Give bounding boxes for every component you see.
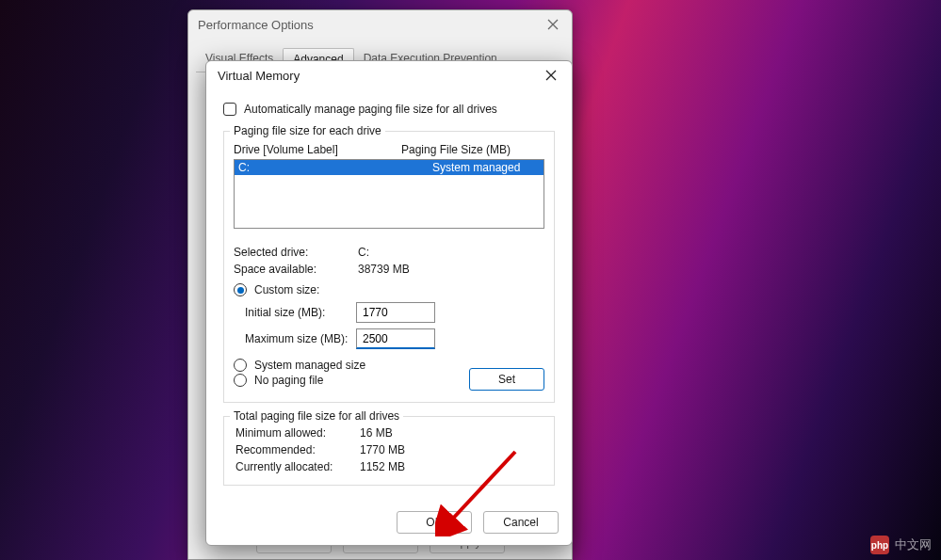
watermark: php 中文网 [870,536,932,554]
min-allowed-value: 16 MB [360,424,543,441]
drive-list-row-c[interactable]: C: System managed [235,160,544,175]
currently-allocated-label: Currently allocated: [235,458,360,475]
dialog-content: Automatically manage paging file size fo… [206,89,572,502]
parent-titlebar: Performance Options [188,10,572,39]
recommended-label: Recommended: [235,441,360,458]
parent-close-button[interactable] [544,15,562,34]
close-icon [544,69,558,82]
dialog-title-text: Virtual Memory [218,69,300,83]
ok-button[interactable]: OK [397,511,472,534]
virtual-memory-dialog: Virtual Memory Automatically manage pagi… [205,60,573,546]
currently-allocated-value: 1152 MB [360,458,543,475]
currently-allocated-row: Currently allocated: 1152 MB [235,458,543,475]
selected-drive-label: Selected drive: [234,244,358,261]
no-paging-radio[interactable] [234,374,247,387]
maximum-size-input[interactable] [356,328,435,349]
custom-size-radio-row: Custom size: [234,283,544,296]
initial-size-input[interactable] [356,302,435,323]
initial-size-label: Initial size (MB): [245,306,349,319]
drive-listbox[interactable]: C: System managed [234,159,544,229]
initial-size-row: Initial size (MB): [245,302,544,323]
col-drive-header: Drive [Volume Label] [234,143,401,156]
drive-cell-drive: C: [238,161,432,174]
auto-manage-row: Automatically manage paging file size fo… [223,103,555,116]
recommended-row: Recommended: 1770 MB [235,441,543,458]
drive-cell-size: System managed [432,161,540,174]
system-managed-radio[interactable] [234,359,247,372]
drive-group-title: Paging file size for each drive [230,124,385,137]
watermark-badge: php [870,536,889,554]
watermark-text: 中文网 [895,536,932,553]
total-group: Total paging file size for all drives Mi… [223,416,555,486]
col-size-header: Paging File Size (MB) [401,143,544,156]
close-icon [546,18,560,31]
total-group-title: Total paging file size for all drives [230,409,403,423]
space-available-value: 38739 MB [358,261,544,278]
drive-group: Paging file size for each drive Drive [V… [223,131,555,403]
space-available-label: Space available: [234,261,358,278]
dialog-close-button[interactable] [542,66,560,85]
parent-title-text: Performance Options [198,18,314,32]
set-button[interactable]: Set [469,368,544,391]
custom-size-radio[interactable] [234,283,247,296]
maximum-size-row: Maximum size (MB): [245,328,544,349]
no-paging-label: No paging file [254,374,323,387]
dialog-titlebar: Virtual Memory [206,61,572,89]
min-allowed-row: Minimum allowed: 16 MB [235,424,543,441]
auto-manage-checkbox[interactable] [223,103,236,116]
auto-manage-label: Automatically manage paging file size fo… [244,103,497,116]
maximum-size-label: Maximum size (MB): [245,332,349,345]
space-available-row: Space available: 38739 MB [234,261,544,278]
selected-drive-value: C: [358,244,544,261]
recommended-value: 1770 MB [360,441,543,458]
min-allowed-label: Minimum allowed: [235,424,360,441]
custom-size-label: Custom size: [254,283,319,296]
system-managed-label: System managed size [254,359,365,372]
dialog-button-row: OK Cancel [206,502,572,545]
cancel-button[interactable]: Cancel [483,511,559,534]
selected-drive-row: Selected drive: C: [234,244,544,261]
drive-list-header: Drive [Volume Label] Paging File Size (M… [234,143,544,156]
